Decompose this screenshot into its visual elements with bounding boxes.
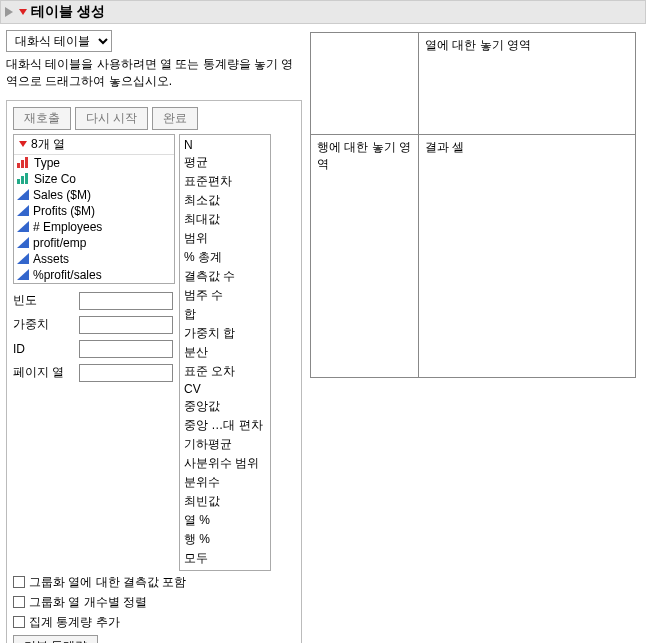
weight-input[interactable] [79,316,173,334]
column-type-icon [17,173,30,184]
row-drop-zone[interactable]: 행에 대한 놓기 영역 [311,135,419,377]
column-label: Sales ($M) [33,188,91,202]
statistic-item[interactable]: 합 [184,305,266,324]
statistic-item[interactable]: 최소값 [184,191,266,210]
svg-marker-12 [17,237,29,248]
column-item[interactable]: Assets [14,251,174,267]
column-label: Size Co [34,172,76,186]
column-item[interactable]: Sales ($M) [14,187,174,203]
statistic-item[interactable]: CV [184,381,266,397]
statistic-item[interactable]: 사분위수 범위 [184,454,266,473]
drop-grid: 열에 대한 놓기 영역 행에 대한 놓기 영역 결과 셀 [310,32,636,378]
done-button[interactable]: 완료 [152,107,198,130]
disclosure-red-icon[interactable] [17,6,31,18]
column-label: profit/emp [33,236,86,250]
column-type-icon [17,189,29,200]
svg-marker-13 [17,253,29,264]
svg-rect-8 [25,173,28,184]
restart-button[interactable]: 다시 시작 [75,107,148,130]
weight-label: 가중치 [13,316,79,333]
statistic-item[interactable]: 기하평균 [184,435,266,454]
column-item[interactable]: profit/emp [14,235,174,251]
pagecol-label: 페이지 열 [13,364,79,381]
panel-header: 테이블 생성 [0,0,646,24]
controls-panel: 재호출 다시 시작 완료 8개 열 TypeSize CoSales ($M)P… [6,100,302,643]
pagecol-input[interactable] [79,364,173,382]
statistic-item[interactable]: 중앙값 [184,397,266,416]
drop-corner [311,33,419,134]
svg-marker-11 [17,221,29,232]
add-aggregate-check[interactable]: 집계 통계량 추가 [13,614,295,631]
statistic-item[interactable]: 최대값 [184,210,266,229]
statistic-item[interactable]: 범주 수 [184,286,266,305]
statistics-list[interactable]: N평균표준편차최소값최대값범위% 총계결측값 수범주 수합가중치 합분산표준 오… [179,134,271,571]
svg-rect-3 [17,163,20,168]
result-cell-zone[interactable]: 결과 셀 [419,135,635,377]
svg-marker-2 [19,141,27,147]
column-type-icon [17,237,29,248]
column-type-icon [17,157,30,168]
disclosure-gray-icon[interactable] [5,7,17,17]
statistic-item[interactable]: N [184,137,266,153]
statistic-item[interactable]: 열 % [184,511,266,530]
column-type-icon [17,269,29,280]
column-item[interactable]: Type [14,155,174,171]
column-type-icon [17,253,29,264]
svg-marker-14 [17,269,29,280]
column-type-icon [17,205,29,216]
column-item[interactable]: Profits ($M) [14,203,174,219]
include-missing-check[interactable]: 그룹화 열에 대한 결측값 포함 [13,574,295,591]
statistic-item[interactable]: 행 % [184,530,266,549]
default-stats-button[interactable]: 기본 통계량 [13,635,98,643]
columns-count-label: 8개 열 [31,136,65,153]
svg-rect-4 [21,160,24,168]
svg-marker-10 [17,205,29,216]
statistic-item[interactable]: 최빈값 [184,492,266,511]
column-label: %profit/sales [33,268,102,282]
statistic-item[interactable]: 표준 오차 [184,362,266,381]
id-label: ID [13,342,79,356]
svg-marker-0 [5,7,13,17]
statistic-item[interactable]: 범위 [184,229,266,248]
freq-label: 빈도 [13,292,79,309]
statistic-item[interactable]: 중앙 …대 편차 [184,416,266,435]
column-item[interactable]: %profit/sales [14,267,174,283]
statistic-item[interactable]: 분산 [184,343,266,362]
statistic-item[interactable]: 모두 [184,549,266,568]
column-drop-zone[interactable]: 열에 대한 놓기 영역 [419,33,635,134]
left-panel: 대화식 테이블 대화식 테이블을 사용하려면 열 또는 통계량을 놓기 영역으로… [6,30,302,643]
statistic-item[interactable]: 결측값 수 [184,267,266,286]
svg-rect-6 [17,179,20,184]
checkbox-icon [13,576,25,588]
svg-rect-5 [25,157,28,168]
column-label: # Employees [33,220,102,234]
resubmit-button[interactable]: 재호출 [13,107,71,130]
statistic-item[interactable]: 가중치 합 [184,324,266,343]
columns-header[interactable]: 8개 열 [14,135,174,155]
freq-input[interactable] [79,292,173,310]
column-type-icon [17,221,29,232]
column-label: Assets [33,252,69,266]
checkbox-icon [13,596,25,608]
svg-marker-1 [19,9,27,15]
mode-select[interactable]: 대화식 테이블 [6,30,112,52]
panel-title: 테이블 생성 [31,3,105,21]
svg-rect-7 [21,176,24,184]
instruction-text: 대화식 테이블을 사용하려면 열 또는 통계량을 놓기 영역으로 드래그하여 놓… [6,56,302,90]
statistic-item[interactable]: 표준편차 [184,172,266,191]
columns-list[interactable]: 8개 열 TypeSize CoSales ($M)Profits ($M)# … [13,134,175,284]
svg-marker-9 [17,189,29,200]
column-label: Profits ($M) [33,204,95,218]
column-label: Type [34,156,60,170]
disclosure-red-icon[interactable] [17,138,29,150]
statistic-item[interactable]: 분위수 [184,473,266,492]
statistic-item[interactable]: % 총계 [184,248,266,267]
column-item[interactable]: Size Co [14,171,174,187]
column-item[interactable]: # Employees [14,219,174,235]
order-by-count-check[interactable]: 그룹화 열 개수별 정렬 [13,594,295,611]
checkbox-icon [13,616,25,628]
statistic-item[interactable]: 평균 [184,153,266,172]
id-input[interactable] [79,340,173,358]
